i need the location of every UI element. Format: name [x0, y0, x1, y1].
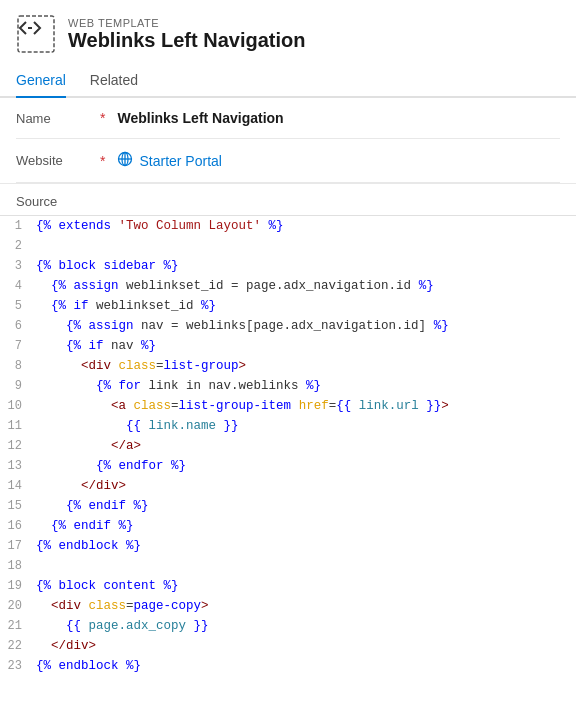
code-line: 9 {% for link in nav.weblinks %} [0, 376, 576, 396]
website-required-star: * [100, 153, 105, 169]
tab-related[interactable]: Related [90, 64, 138, 98]
code-line: 5 {% if weblinkset_id %} [0, 296, 576, 316]
code-line: 7 {% if nav %} [0, 336, 576, 356]
page-type-label: WEB TEMPLATE [68, 17, 305, 29]
code-editor[interactable]: 1 {% extends 'Two Column Layout' %} 2 3 … [0, 215, 576, 676]
name-field-row: Name * Weblinks Left Navigation [16, 98, 560, 139]
name-label: Name [16, 111, 96, 126]
code-line: 15 {% endif %} [0, 496, 576, 516]
web-template-icon [16, 14, 56, 54]
website-field-row: Website * Starter Portal [16, 139, 560, 183]
code-line: 4 {% assign weblinkset_id = page.adx_nav… [0, 276, 576, 296]
code-line: 19 {% block content %} [0, 576, 576, 596]
code-line: 12 </a> [0, 436, 576, 456]
name-value: Weblinks Left Navigation [117, 110, 283, 126]
header-text: WEB TEMPLATE Weblinks Left Navigation [68, 17, 305, 52]
globe-icon [117, 151, 133, 170]
code-line: 16 {% endif %} [0, 516, 576, 536]
code-line: 10 <a class=list-group-item href={{ link… [0, 396, 576, 416]
page-header: WEB TEMPLATE Weblinks Left Navigation [0, 0, 576, 64]
source-label: Source [16, 194, 57, 209]
code-line: 22 </div> [0, 636, 576, 656]
fields-section: Name * Weblinks Left Navigation Website … [0, 98, 576, 183]
code-line: 2 [0, 236, 576, 256]
website-link[interactable]: Starter Portal [117, 151, 221, 170]
website-value: Starter Portal [139, 153, 221, 169]
tabs-bar: General Related [0, 64, 576, 98]
code-line: 23 {% endblock %} [0, 656, 576, 676]
code-line: 21 {{ page.adx_copy }} [0, 616, 576, 636]
website-label: Website [16, 153, 96, 168]
code-line: 13 {% endfor %} [0, 456, 576, 476]
source-section-header: Source [0, 183, 576, 215]
code-line: 1 {% extends 'Two Column Layout' %} [0, 216, 576, 236]
tab-general[interactable]: General [16, 64, 66, 98]
code-line: 3 {% block sidebar %} [0, 256, 576, 276]
code-line: 17 {% endblock %} [0, 536, 576, 556]
code-line: 14 </div> [0, 476, 576, 496]
code-line: 8 <div class=list-group> [0, 356, 576, 376]
name-required-star: * [100, 110, 105, 126]
svg-rect-0 [18, 16, 54, 52]
code-line: 18 [0, 556, 576, 576]
code-line: 11 {{ link.name }} [0, 416, 576, 436]
code-line: 20 <div class=page-copy> [0, 596, 576, 616]
code-line: 6 {% assign nav = weblinks[page.adx_navi… [0, 316, 576, 336]
page-title: Weblinks Left Navigation [68, 29, 305, 52]
